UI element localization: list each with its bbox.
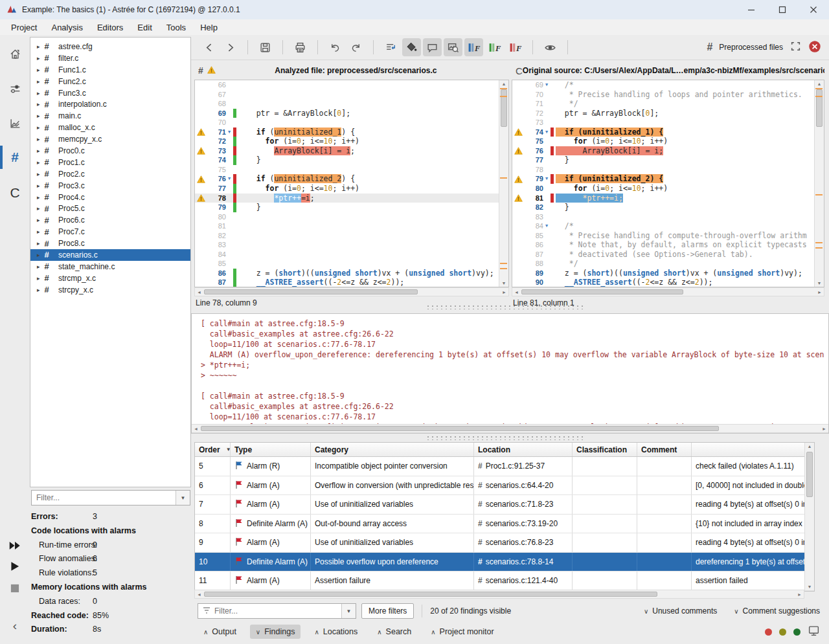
- menu-analysis[interactable]: Analysis: [44, 21, 89, 34]
- code-line[interactable]: 72 ptr = &ArrayBlock[0];: [512, 109, 824, 118]
- code-line[interactable]: 73: [512, 118, 824, 128]
- tree-filter-dropdown-button[interactable]: ▼: [176, 491, 190, 505]
- expander-icon[interactable]: ▸: [30, 228, 41, 235]
- findings-filter-dropdown-button[interactable]: ▼: [341, 604, 356, 618]
- tree-item-Proc3-c[interactable]: ▸#Proc3.c: [30, 180, 190, 192]
- menu-tools[interactable]: Tools: [159, 21, 193, 34]
- expander-icon[interactable]: ▸: [30, 275, 41, 282]
- right-editor-vscrollbar[interactable]: ▲▼: [814, 80, 824, 287]
- home-icon[interactable]: [5, 44, 25, 63]
- redo-button[interactable]: [346, 38, 365, 56]
- filter-columns-blue-button[interactable]: F: [464, 38, 483, 56]
- highlight-fill-button[interactable]: [402, 38, 421, 56]
- code-line[interactable]: 85: [195, 259, 508, 269]
- code-line[interactable]: 72 for (i=0; i<=10; i++): [195, 137, 508, 146]
- code-line[interactable]: 89 z = (short)((unsigned short)vx + (uns…: [512, 269, 824, 278]
- tree-filter-input[interactable]: [32, 493, 176, 502]
- statistics-chart-icon[interactable]: [5, 113, 25, 133]
- findings-filter-input[interactable]: [211, 606, 341, 616]
- finding-row[interactable]: 6Alarm (A)Overflow in conversion (with u…: [195, 476, 814, 496]
- tree-item-Proc0-c[interactable]: ▸#Proc0.c: [30, 145, 190, 157]
- tree-item-interpolation-c[interactable]: ▸#interpolation.c: [30, 98, 190, 110]
- expander-icon[interactable]: ▸: [30, 55, 41, 61]
- findings-hscrollbar[interactable]: ◄►: [194, 590, 804, 599]
- tree-item-Proc2-c[interactable]: ▸#Proc2.c: [30, 168, 190, 180]
- back-button[interactable]: [200, 38, 219, 56]
- filter-columns-green-button[interactable]: F: [485, 38, 504, 56]
- collapse-arrow-icon[interactable]: ▼: [226, 128, 233, 137]
- finding-row[interactable]: 5Alarm (R)Incompatible object pointer co…: [195, 457, 814, 476]
- left-editor-vscrollbar[interactable]: ▲▼: [499, 80, 508, 287]
- collapse-arrow-icon[interactable]: ▼: [226, 174, 233, 184]
- preview-button[interactable]: [444, 38, 462, 56]
- line-wrap-button[interactable]: [381, 38, 400, 56]
- column-header-category[interactable]: Category: [311, 443, 474, 456]
- tree-item-Proc5-c[interactable]: ▸#Proc5.c: [30, 203, 190, 214]
- code-line[interactable]: 87 * deactivated (see Options->General t…: [512, 250, 824, 260]
- c-source-icon[interactable]: C: [5, 183, 25, 203]
- code-line[interactable]: 86 * Note that, by default, alarms on ex…: [512, 240, 824, 250]
- expander-icon[interactable]: ▸: [30, 240, 41, 247]
- expander-icon[interactable]: ▸: [30, 136, 41, 142]
- tree-item-Proc1-c[interactable]: ▸#Proc1.c: [30, 157, 190, 168]
- column-header-order[interactable]: Order▼: [195, 443, 231, 456]
- menu-edit[interactable]: Edit: [130, 21, 159, 34]
- expander-icon[interactable]: ▸: [30, 183, 41, 189]
- forward-button[interactable]: [221, 38, 240, 56]
- expander-icon[interactable]: ▸: [30, 252, 41, 258]
- code-line[interactable]: !81 *ptr++=i;: [512, 194, 824, 203]
- expander-icon[interactable]: ▸: [30, 43, 41, 50]
- expander-icon[interactable]: ▸: [30, 101, 41, 107]
- code-line[interactable]: 82 }: [512, 203, 824, 212]
- finding-row[interactable]: 9Alarm (A)Use of uninitialized variables…: [195, 533, 814, 553]
- tree-item-Func3-c[interactable]: ▸#Func3.c: [30, 87, 190, 99]
- code-line[interactable]: 75: [195, 165, 508, 175]
- minimize-button[interactable]: [736, 0, 767, 19]
- expander-icon[interactable]: ▸: [30, 124, 41, 131]
- filter-columns-red-button[interactable]: F: [506, 38, 525, 56]
- watch-button[interactable]: [541, 38, 560, 56]
- code-line[interactable]: 77 }: [512, 155, 824, 165]
- tree-item-strcpy_x-c[interactable]: ▸#strcpy_x.c: [30, 284, 190, 296]
- expander-icon[interactable]: ▸: [30, 90, 41, 96]
- tree-item-malloc_x-c[interactable]: ▸#malloc_x.c: [30, 122, 190, 133]
- comment-suggestions-toggle[interactable]: ∨Comment suggestions: [734, 606, 820, 616]
- tree-item-Proc4-c[interactable]: ▸#Proc4.c: [30, 192, 190, 203]
- code-line[interactable]: 80 for (i=0; i<=10; i++): [512, 184, 824, 194]
- code-line[interactable]: 66: [195, 80, 508, 90]
- analysis-options-icon[interactable]: [5, 79, 25, 98]
- code-line[interactable]: 83: [195, 240, 508, 250]
- finding-row[interactable]: 8Definite Alarm (A)Out-of-bound array ac…: [195, 515, 814, 534]
- original-code-editor[interactable]: 69▼ /*70 * Precise handling of loops and…: [512, 80, 824, 287]
- expander-icon[interactable]: ▸: [30, 78, 41, 85]
- tab-locations[interactable]: ∧Locations: [308, 625, 363, 639]
- expander-icon[interactable]: ▸: [30, 159, 41, 166]
- code-line[interactable]: 84: [195, 250, 508, 260]
- code-line[interactable]: !78 *ptr++=i;: [195, 194, 508, 203]
- code-line[interactable]: 69 ptr = &ArrayBlock[0];: [195, 109, 508, 118]
- expander-icon[interactable]: ▸: [30, 148, 41, 154]
- menu-project[interactable]: Project: [4, 21, 44, 34]
- close-button[interactable]: [798, 0, 829, 19]
- code-line[interactable]: 67: [195, 90, 508, 100]
- finding-row[interactable]: 11Alarm (A)Assertion failure#scenarios.c…: [195, 572, 814, 591]
- tree-item-main-c[interactable]: ▸#main.c: [30, 110, 190, 122]
- tree-item-Proc7-c[interactable]: ▸#Proc7.c: [30, 226, 190, 238]
- code-line[interactable]: 70 * Precise handling of loops and point…: [512, 90, 824, 100]
- right-editor-hscrollbar[interactable]: ◄►: [512, 287, 824, 296]
- tab-output[interactable]: ∧Output: [198, 625, 242, 639]
- tree-item-astree-cfg[interactable]: ▸#astree.cfg: [30, 41, 190, 52]
- tree-item-Func1-c[interactable]: ▸#Func1.c: [30, 64, 190, 76]
- code-line[interactable]: !71▼ if (uninitialized_1) {: [195, 128, 508, 137]
- menu-help[interactable]: Help: [193, 21, 225, 34]
- maximize-panel-button[interactable]: [789, 40, 802, 54]
- code-line[interactable]: 71 */: [512, 99, 824, 109]
- tree-item-scenarios-c[interactable]: ▸#scenarios.c: [30, 249, 190, 261]
- findings-hash-icon[interactable]: #: [5, 148, 25, 167]
- code-line[interactable]: 84▼ /*: [512, 221, 824, 231]
- expander-icon[interactable]: ▸: [30, 263, 41, 270]
- expander-icon[interactable]: ▸: [30, 287, 41, 293]
- tree-item-strcmp_x-c[interactable]: ▸#strcmp_x.c: [30, 272, 190, 284]
- code-line[interactable]: 74 }: [195, 155, 508, 165]
- console-table-splitter-grip[interactable]: [427, 436, 583, 440]
